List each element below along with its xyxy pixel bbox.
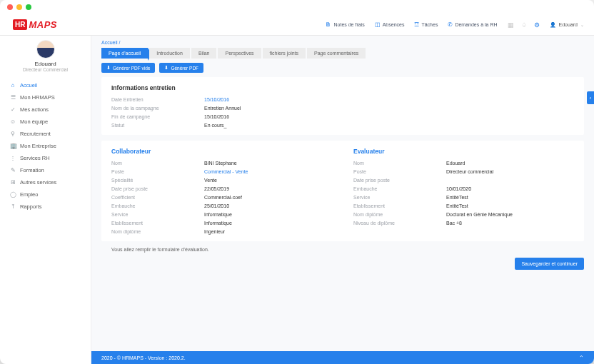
field-value: Vente <box>204 178 332 183</box>
sidebar-item-recrutement[interactable]: ⚲Recrutement <box>0 128 91 140</box>
field-label: Spécialité <box>111 178 204 183</box>
field-value: En cours_ <box>204 123 574 128</box>
field-value[interactable]: Commercial - Vente <box>204 169 332 174</box>
sidebar-item-autres-services[interactable]: ⊞Autres services <box>0 176 91 188</box>
sidebar-item-formation[interactable]: ✎Formation <box>0 164 91 176</box>
field-value: 10/01/2020 <box>446 186 574 191</box>
settings-icon[interactable]: ⚙ <box>534 21 540 29</box>
section-title: Informations entretien <box>111 84 574 91</box>
topnav-absences[interactable]: ◫Absences <box>375 21 405 28</box>
maximize-icon[interactable] <box>26 4 31 10</box>
field-value: 25/01/2010 <box>204 203 332 208</box>
field-value: Directeur commercial <box>446 169 574 174</box>
window: HR MAPS 🗎Notes de frais ◫Absences ☲Tâche… <box>0 0 594 364</box>
tab-bilan[interactable]: Bilan <box>191 48 217 59</box>
topnav-label: Demandes à la RH <box>455 22 497 27</box>
generate-pdf-blank-button[interactable]: ⬇Générer PDF vide <box>101 63 155 73</box>
sidebar-item-empleo[interactable]: ◯Empleo <box>0 188 91 201</box>
nav-icon: ✎ <box>10 167 16 173</box>
sidebar-item-label: Autres services <box>20 179 56 186</box>
download-icon: ⬇ <box>106 65 111 71</box>
sidebar-item-mes-actions[interactable]: ✓Mes actions <box>0 103 91 116</box>
button-row: ⬇Générer PDF vide ⬇Générer PDF <box>91 59 594 77</box>
sidebar-item-mon-entreprise[interactable]: 🏢Mon Entreprise <box>0 140 91 152</box>
bell-icon[interactable]: ♤ <box>521 21 527 29</box>
nav-icon: ⌂ <box>10 82 16 89</box>
calendar-icon: ◫ <box>375 21 381 28</box>
field-label: Nom <box>353 161 446 166</box>
field-value: 22/05/2019 <box>204 186 332 191</box>
sidebar-item-label: Accueil <box>20 82 37 89</box>
footer-text: 2020 - © HRMAPS - Version : 2020.2. <box>101 355 186 360</box>
user-name: Edouard <box>559 22 578 27</box>
send-icon: ✆ <box>448 21 453 28</box>
tab-introduction[interactable]: Introduction <box>149 48 190 59</box>
generate-pdf-button[interactable]: ⬇Générer PDF <box>159 63 203 73</box>
chevron-down-icon: ⌄ <box>580 22 584 27</box>
side-handle[interactable]: ‹ <box>587 91 594 104</box>
field-label: Coefficient <box>111 195 204 200</box>
field-value: Doctorat en Génie Mécanique <box>446 212 574 217</box>
nav-icon: ☰ <box>10 94 16 101</box>
field-value: BINI Stephane <box>204 161 332 166</box>
field-label: Date Entretien <box>111 97 204 102</box>
tab-fichiers-joints[interactable]: fichiers joints <box>263 48 306 59</box>
people-card: Collaborateur NomBINI StephanePosteComme… <box>101 141 584 241</box>
interview-fields: Date Entretien15/10/2016Nom de la campag… <box>111 97 574 128</box>
field-label: Fin de campagne <box>111 114 204 119</box>
collaborator-fields: NomBINI StephanePosteCommercial - VenteS… <box>111 161 332 234</box>
field-label: Poste <box>353 169 446 174</box>
sidebar-item-mon-hrmaps[interactable]: ☰Mon HRMAPS <box>0 91 91 103</box>
field-value <box>446 178 574 183</box>
sidebar-item-rapports[interactable]: ⤒Rapports <box>0 201 91 213</box>
list-icon: ☲ <box>414 21 419 28</box>
grid-icon[interactable]: ▦ <box>508 21 514 29</box>
user-menu[interactable]: 👤 Edouard ⌄ <box>550 22 584 28</box>
nav-icon: ⤒ <box>10 203 16 210</box>
field-label: Etablissement <box>111 221 204 226</box>
avatar[interactable] <box>36 40 55 59</box>
breadcrumb[interactable]: Accueil / <box>91 36 594 48</box>
interview-card: Informations entretien Date Entretien15/… <box>101 77 584 135</box>
scroll-top-icon[interactable]: ⌃ <box>579 355 584 361</box>
nav-icon: ⊞ <box>10 179 16 186</box>
field-label: Service <box>111 212 204 217</box>
profile-role: Directeur Commercial <box>23 67 68 72</box>
logo[interactable]: HR MAPS <box>0 19 91 30</box>
field-value: Ingenieur <box>204 229 332 234</box>
field-value: Commercial-coef <box>204 195 332 200</box>
sidebar-item-mon-équipe[interactable]: ☺Mon équipe <box>0 116 91 128</box>
tab-perspectives[interactable]: Perspectives <box>218 48 261 59</box>
topnav-label: Absences <box>383 22 405 27</box>
minimize-icon[interactable] <box>16 4 22 10</box>
sidebar-item-services-rh[interactable]: ⋮Services RH <box>0 152 91 164</box>
tab-page-commentaires[interactable]: Page commentaires <box>307 48 366 59</box>
topnav-requests[interactable]: ✆Demandes à la RH <box>448 21 497 28</box>
topbar: HR MAPS 🗎Notes de frais ◫Absences ☲Tâche… <box>0 14 594 36</box>
field-label: Statut <box>111 123 204 128</box>
document-icon: 🗎 <box>326 21 331 28</box>
close-icon[interactable] <box>7 4 13 10</box>
logo-badge: HR <box>13 19 27 30</box>
footer: 2020 - © HRMAPS - Version : 2020.2. ⌃ <box>91 351 594 364</box>
button-label: Générer PDF vide <box>113 66 150 71</box>
field-label: Date prise poste <box>111 186 204 191</box>
field-value: EntitéTest <box>446 195 574 200</box>
profile-name: Edouard <box>34 61 56 67</box>
topnav-notes[interactable]: 🗎Notes de frais <box>326 21 364 28</box>
field-value: Informatique <box>204 221 332 226</box>
field-label: Service <box>353 195 446 200</box>
field-label: Nom diplôme <box>111 229 204 234</box>
topnav-label: Tâches <box>421 22 438 27</box>
top-icons: ▦ ♤ ⚙ <box>508 21 540 29</box>
tab-page-d-accueil[interactable]: Page d'accueil <box>101 48 148 59</box>
field-label: Embauche <box>353 186 446 191</box>
field-value: 15/10/2016 <box>204 114 574 119</box>
field-value[interactable]: 15/10/2016 <box>204 97 574 102</box>
field-value: Informatique <box>204 212 332 217</box>
save-continue-button[interactable]: Sauvegarder et continuer <box>515 258 584 270</box>
user-icon: 👤 <box>550 22 556 28</box>
sidebar-item-accueil[interactable]: ⌂Accueil <box>0 79 91 91</box>
field-value: Edouard <box>446 161 574 166</box>
topnav-tasks[interactable]: ☲Tâches <box>414 21 438 28</box>
